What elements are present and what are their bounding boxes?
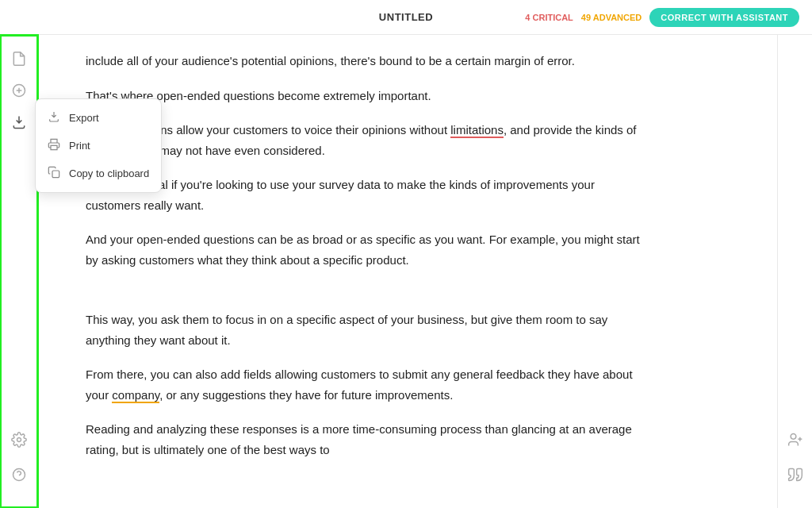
header-actions: 4 CRITICAL 49 ADVANCED CORRECT WITH ASSI…	[525, 8, 799, 27]
paragraph-2: That's where open-ended questions become…	[86, 86, 650, 106]
paragraph-4: That's essential if you're looking to us…	[86, 175, 650, 215]
paragraph-1: include all of your audience's potential…	[86, 51, 650, 71]
settings-icon[interactable]	[5, 425, 33, 454]
limitations-word: limitations	[450, 123, 504, 138]
export-item-icon	[47, 110, 61, 125]
export-label: Export	[69, 112, 99, 124]
copy-item-icon	[47, 166, 61, 181]
document-icon[interactable]	[5, 44, 33, 73]
print-item-icon	[47, 138, 61, 153]
paragraph-5: And your open-ended questions can be as …	[86, 229, 650, 270]
header: UNTITLED 4 CRITICAL 49 ADVANCED CORRECT …	[0, 0, 812, 35]
svg-rect-4	[52, 171, 59, 178]
svg-point-8	[791, 434, 796, 440]
print-item[interactable]: Print	[36, 132, 161, 160]
svg-point-5	[17, 438, 21, 442]
main-layout: Export Print	[0, 35, 812, 508]
paragraph-6: This way, you ask them to focus in on a …	[86, 310, 650, 350]
left-sidebar: Export Print	[0, 35, 38, 508]
print-label: Print	[69, 140, 90, 152]
correct-with-assistant-button[interactable]: CORRECT WITH ASSISTANT	[649, 8, 799, 27]
company-word: company	[112, 388, 159, 403]
quote-icon[interactable]	[781, 460, 810, 489]
svg-point-6	[13, 469, 25, 481]
svg-rect-3	[51, 145, 57, 149]
paragraph-7: From there, you can also add fields allo…	[86, 364, 650, 405]
add-icon[interactable]	[5, 76, 33, 105]
user-add-icon[interactable]	[781, 425, 810, 454]
sidebar-bottom	[5, 425, 33, 498]
document-content: include all of your audience's potential…	[86, 51, 650, 460]
paragraph-8: Reading and analyzing these responses is…	[86, 419, 650, 460]
critical-badge: 4 CRITICAL	[525, 13, 573, 22]
export-dropdown: Export Print	[35, 98, 162, 193]
document-title: UNTITLED	[379, 11, 433, 23]
copy-label: Copy to clipboard	[69, 167, 149, 179]
paragraph-3: These questions allow your customers to …	[86, 120, 650, 160]
right-sidebar	[777, 35, 812, 508]
copy-clipboard-item[interactable]: Copy to clipboard	[36, 160, 161, 187]
help-icon[interactable]	[5, 460, 33, 489]
advanced-badge: 49 ADVANCED	[581, 13, 642, 22]
export-icon[interactable]	[5, 108, 33, 137]
export-item[interactable]: Export	[36, 104, 161, 132]
right-sidebar-bottom	[781, 425, 810, 498]
